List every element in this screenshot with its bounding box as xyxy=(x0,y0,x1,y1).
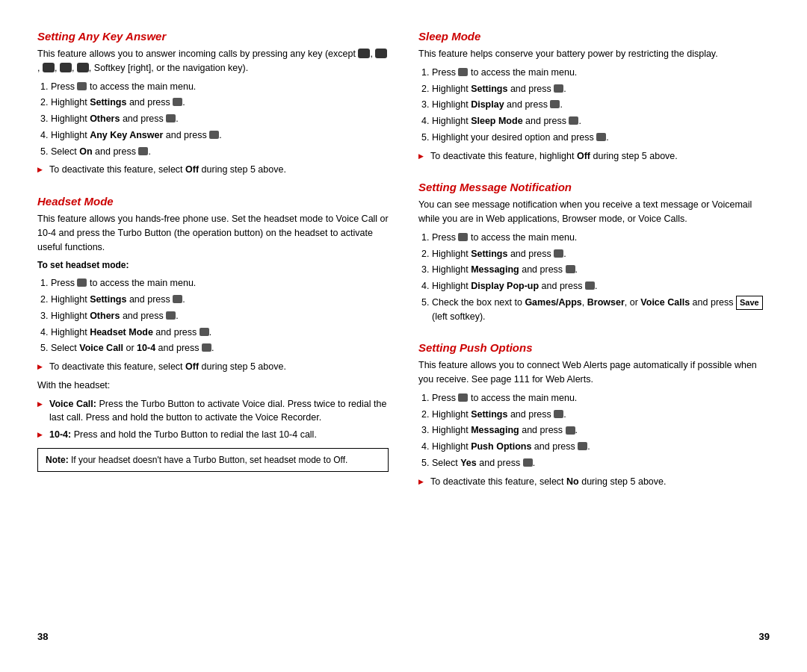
step-3: Highlight Others and press . xyxy=(51,112,389,126)
section-push-options: Setting Push Options This feature allows… xyxy=(418,341,770,493)
step-1: Press to access the main menu. xyxy=(51,80,389,94)
ok-icon xyxy=(554,84,563,93)
key-icon-2 xyxy=(375,49,387,58)
deactivate-list-headset: To deactivate this feature, select Off d… xyxy=(37,360,389,374)
ok-icon xyxy=(585,281,595,290)
ok-icon xyxy=(209,131,219,139)
section-title-message-notification: Setting Message Notification xyxy=(418,181,770,193)
mn-step-2: Highlight Settings and press . xyxy=(432,247,770,261)
mn-step-5: Check the box next to Games/Apps, Browse… xyxy=(432,296,770,324)
section-title-sleep-mode: Sleep Mode xyxy=(418,30,770,43)
section-sleep-mode: Sleep Mode This feature helps conserve y… xyxy=(418,30,770,167)
left-page-number: 38 xyxy=(37,616,48,642)
left-column: Setting Any Key Answer This feature allo… xyxy=(37,30,389,642)
ok-icon xyxy=(173,295,182,303)
ok-icon xyxy=(523,458,533,467)
deactivate-list-any-key: To deactivate this feature, select Off d… xyxy=(37,163,389,177)
key-icon-5 xyxy=(77,63,89,72)
save-button-label: Save xyxy=(736,296,763,310)
key-icon-4 xyxy=(60,63,72,72)
step-4: Highlight Any Key Answer and press . xyxy=(51,128,389,143)
headset-sub-label: To set headset mode: xyxy=(37,258,389,272)
deactivate-any-key: To deactivate this feature, select Off d… xyxy=(37,163,389,177)
sm-step-2: Highlight Settings and press . xyxy=(432,82,770,96)
ok-icon xyxy=(596,133,606,141)
hm-step-3: Highlight Others and press . xyxy=(51,309,389,323)
section-body-any-key-answer: This feature allows you to answer incomi… xyxy=(37,47,389,177)
headset-note: Note: If your headset doesn't have a Tur… xyxy=(37,448,389,472)
po-step-1: Press to access the main menu. xyxy=(432,391,770,405)
steps-push-options: Press to access the main menu. Highlight… xyxy=(432,391,770,470)
steps-sleep-mode: Press to access the main menu. Highlight… xyxy=(432,66,770,145)
hm-step-4: Highlight Headset Mode and press . xyxy=(51,326,389,340)
headset-bullets: Voice Call: Press the Turbo Button to ac… xyxy=(37,397,389,442)
deactivate-sleep: To deactivate this feature, highlight Of… xyxy=(418,149,770,164)
section-body-sleep-mode: This feature helps conserve your battery… xyxy=(418,47,770,163)
section-body-push-options: This feature allows you to connect Web A… xyxy=(418,358,770,488)
hm-step-5: Select Voice Call or 10-4 and press . xyxy=(51,341,389,355)
menu-icon xyxy=(458,233,468,241)
ok-icon xyxy=(200,328,209,336)
po-step-4: Highlight Push Options and press . xyxy=(432,440,770,454)
section-headset-mode: Headset Mode This feature allows you han… xyxy=(37,195,389,472)
ok-icon xyxy=(578,442,587,450)
po-step-5: Select Yes and press . xyxy=(432,456,770,470)
with-headset-label: With the headset: xyxy=(37,379,389,393)
po-step-2: Highlight Settings and press . xyxy=(432,408,770,422)
mn-step-4: Highlight Display Pop-up and press . xyxy=(432,279,770,293)
section-body-message-notification: You can see message notification when yo… xyxy=(418,198,770,323)
sm-step-3: Highlight Display and press . xyxy=(432,98,770,112)
intro-push-options: This feature allows you to connect Web A… xyxy=(418,358,770,387)
ok-icon xyxy=(550,100,560,108)
ok-icon xyxy=(202,343,211,352)
section-title-any-key-answer: Setting Any Key Answer xyxy=(37,30,389,43)
section-message-notification: Setting Message Notification You can see… xyxy=(418,181,770,328)
intro-headset-mode: This feature allows you hands-free phone… xyxy=(37,212,389,254)
menu-icon xyxy=(77,82,87,90)
right-page-number: 39 xyxy=(759,616,770,642)
intro-message-notification: You can see message notification when yo… xyxy=(418,198,770,226)
ten-four-bullet: 10-4: Press and hold the Turbo Button to… xyxy=(37,428,389,442)
menu-icon xyxy=(458,68,468,76)
sm-step-4: Highlight Sleep Mode and press . xyxy=(432,114,770,128)
steps-headset-mode: Press to access the main menu. Highlight… xyxy=(51,276,389,355)
intro-any-key-answer: This feature allows you to answer incomi… xyxy=(37,47,389,75)
mn-step-3: Highlight Messaging and press . xyxy=(432,263,770,277)
step-5: Select On and press . xyxy=(51,145,389,159)
deactivate-headset: To deactivate this feature, select Off d… xyxy=(37,360,389,374)
step-2: Highlight Settings and press . xyxy=(51,96,389,110)
ok-icon xyxy=(166,311,176,320)
sm-step-1: Press to access the main menu. xyxy=(432,66,770,80)
key-icon-3 xyxy=(43,63,55,72)
ok-icon xyxy=(138,147,148,155)
mn-step-1: Press to access the main menu. xyxy=(432,231,770,245)
sm-step-5: Highlight your desired option and press … xyxy=(432,131,770,145)
ok-icon xyxy=(569,116,578,125)
ok-icon xyxy=(566,426,575,435)
ok-icon xyxy=(166,114,176,122)
section-title-push-options: Setting Push Options xyxy=(418,341,770,354)
po-step-3: Highlight Messaging and press . xyxy=(432,423,770,438)
key-icon-1 xyxy=(358,49,370,58)
menu-icon xyxy=(458,393,468,402)
ok-icon xyxy=(554,410,563,418)
voice-call-bullet: Voice Call: Press the Turbo Button to ac… xyxy=(37,397,389,426)
deactivate-list-sleep: To deactivate this feature, highlight Of… xyxy=(418,149,770,164)
ok-icon xyxy=(566,265,575,273)
section-setting-any-key-answer: Setting Any Key Answer This feature allo… xyxy=(37,30,389,181)
section-title-headset-mode: Headset Mode xyxy=(37,195,389,208)
ok-icon xyxy=(173,98,182,106)
ok-icon xyxy=(554,249,563,258)
hm-step-1: Press to access the main menu. xyxy=(51,276,389,290)
intro-sleep-mode: This feature helps conserve your battery… xyxy=(418,47,770,61)
steps-message-notification: Press to access the main menu. Highlight… xyxy=(432,231,770,324)
hm-step-2: Highlight Settings and press . xyxy=(51,293,389,307)
steps-any-key-answer: Press to access the main menu. Highlight… xyxy=(51,80,389,159)
deactivate-push: To deactivate this feature, select No du… xyxy=(418,475,770,489)
menu-icon xyxy=(77,279,87,287)
right-column: Sleep Mode This feature helps conserve y… xyxy=(418,30,770,642)
section-body-headset-mode: This feature allows you hands-free phone… xyxy=(37,212,389,472)
deactivate-list-push: To deactivate this feature, select No du… xyxy=(418,475,770,489)
